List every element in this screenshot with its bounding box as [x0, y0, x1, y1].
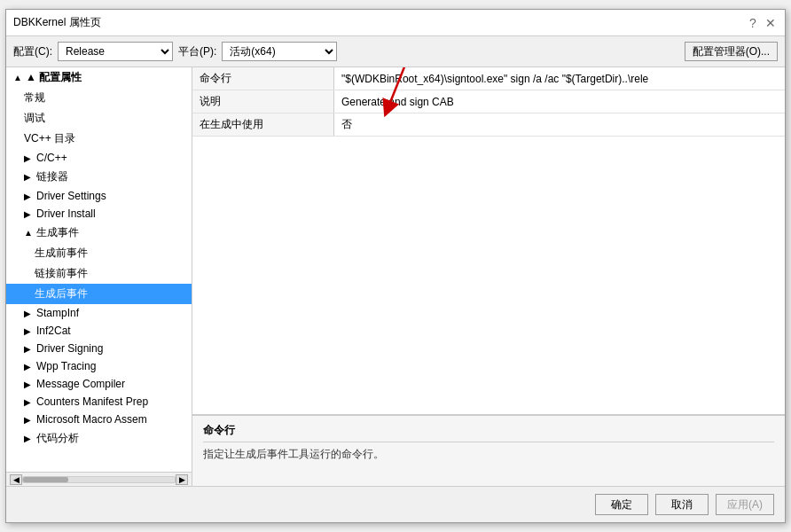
expand-icon: ▶ — [24, 209, 33, 219]
sidebar-item-label: 生成事件 — [36, 225, 79, 240]
close-button[interactable]: ✕ — [764, 16, 778, 30]
footer: 确定 取消 应用(A) — [6, 486, 785, 522]
properties-table: 命令行 "$(WDKBinRoot_x64)\signtool.exe" sig… — [192, 67, 785, 415]
manage-config-button[interactable]: 配置管理器(O)... — [685, 42, 778, 61]
toolbar: 配置(C): Release 平台(P): 活动(x64) 配置管理器(O)..… — [6, 36, 785, 67]
title-bar: DBKKernel 属性页 ? ✕ — [6, 10, 785, 36]
sidebar-item-general[interactable]: 常规 — [6, 88, 192, 108]
main-dialog: DBKKernel 属性页 ? ✕ 配置(C): Release 平台(P): … — [5, 9, 786, 523]
sidebar-item-debug[interactable]: 调试 — [6, 108, 192, 129]
prop-value-use-in-build[interactable]: 否 — [334, 113, 785, 136]
expand-icon: ▶ — [24, 344, 33, 354]
platform-label: 平台(P): — [178, 44, 216, 59]
sidebar-item-label: Driver Signing — [36, 342, 103, 355]
expand-icon: ▶ — [24, 415, 33, 425]
sidebar-item-label: 生成后事件 — [35, 286, 88, 301]
scrollbar-thumb — [23, 477, 68, 482]
sidebar-item-label: Driver Install — [36, 207, 96, 220]
sidebar-item-macro-asm[interactable]: ▶ Microsoft Macro Assem — [6, 411, 192, 428]
sidebar-item-vc-dirs[interactable]: VC++ 目录 — [6, 129, 192, 149]
expand-icon: ▲ — [13, 73, 22, 82]
scrollbar-track — [22, 476, 176, 483]
sidebar-item-label: StampInf — [36, 307, 79, 319]
config-select[interactable]: Release — [58, 42, 173, 61]
sidebar-item-message-compiler[interactable]: ▶ Message Compiler — [6, 375, 192, 393]
sidebar-item-driver-install[interactable]: ▶ Driver Install — [6, 205, 192, 223]
sidebar-item-build-events[interactable]: ▲ 生成事件 — [6, 223, 192, 243]
platform-select[interactable]: 活动(x64) — [222, 42, 337, 61]
sidebar-item-label: Message Compiler — [36, 378, 125, 390]
prop-value-desc[interactable]: Generate and sign CAB — [334, 90, 785, 113]
description-text: 指定让生成后事件工具运行的命令行。 — [203, 446, 774, 462]
sidebar-item-label: 链接前事件 — [35, 266, 88, 281]
sidebar-item-linker[interactable]: ▶ 链接器 — [6, 167, 192, 187]
table-row: 在生成中使用 否 — [192, 113, 785, 137]
table-row: 说明 Generate and sign CAB — [192, 90, 785, 113]
apply-button[interactable]: 应用(A) — [716, 494, 774, 515]
sidebar-item-label: 链接器 — [36, 169, 68, 184]
sidebar-item-driver-settings[interactable]: ▶ Driver Settings — [6, 187, 192, 205]
prop-name-use-in-build: 在生成中使用 — [192, 113, 334, 136]
ok-button[interactable]: 确定 — [595, 494, 648, 515]
prop-name-desc: 说明 — [192, 90, 334, 113]
sidebar-item-stampinf[interactable]: ▶ StampInf — [6, 304, 192, 322]
expand-icon: ▶ — [24, 153, 33, 163]
content-area: ▲ ▲ 配置属性 常规 调试 VC++ 目录 ▶ C/C++ ▶ 链接器 ▶ — [6, 67, 785, 486]
sidebar-item-label: VC++ 目录 — [24, 131, 75, 146]
sidebar-item-label: Counters Manifest Prep — [36, 395, 148, 408]
title-buttons: ? ✕ — [746, 16, 778, 30]
sidebar-item-label: 代码分析 — [36, 431, 79, 446]
sidebar-item-label: 调试 — [24, 111, 45, 126]
sidebar-item-counters[interactable]: ▶ Counters Manifest Prep — [6, 393, 192, 411]
expand-icon: ▶ — [24, 379, 33, 389]
table-row: 命令行 "$(WDKBinRoot_x64)\signtool.exe" sig… — [192, 67, 785, 90]
sidebar-item-label: Wpp Tracing — [36, 360, 96, 372]
expand-icon: ▶ — [24, 434, 33, 443]
sidebar-item-cpp[interactable]: ▶ C/C++ — [6, 149, 192, 167]
expand-icon: ▶ — [24, 172, 33, 182]
sidebar-item-label: 生成前事件 — [35, 246, 88, 261]
sidebar: ▲ ▲ 配置属性 常规 调试 VC++ 目录 ▶ C/C++ ▶ 链接器 ▶ — [6, 67, 192, 486]
expand-icon: ▶ — [24, 362, 33, 372]
sidebar-item-post-build[interactable]: 生成后事件 — [6, 284, 192, 304]
sidebar-item-label: Driver Settings — [36, 190, 106, 202]
config-label: 配置(C): — [13, 44, 52, 59]
description-title: 命令行 — [203, 423, 774, 442]
prop-name-cmdline: 命令行 — [192, 67, 334, 90]
sidebar-item-pre-link[interactable]: 链接前事件 — [6, 263, 192, 284]
scroll-right-btn[interactable]: ▶ — [176, 474, 188, 485]
sidebar-item-driver-signing[interactable]: ▶ Driver Signing — [6, 340, 192, 357]
sidebar-item-code-analysis[interactable]: ▶ 代码分析 — [6, 428, 192, 449]
description-panel: 命令行 指定让生成后事件工具运行的命令行。 — [192, 415, 785, 486]
sidebar-item-label: C/C++ — [36, 152, 67, 164]
help-button[interactable]: ? — [746, 16, 760, 30]
window-title: DBKKernel 属性页 — [13, 15, 101, 30]
main-panel: 命令行 "$(WDKBinRoot_x64)\signtool.exe" sig… — [192, 67, 785, 486]
sidebar-item-label: Inf2Cat — [36, 325, 71, 337]
sidebar-scrollbar[interactable]: ◀ ▶ — [6, 472, 192, 486]
sidebar-item-inf2cat[interactable]: ▶ Inf2Cat — [6, 322, 192, 340]
sidebar-item-label: Microsoft Macro Assem — [36, 413, 147, 426]
sidebar-item-config-props[interactable]: ▲ ▲ 配置属性 — [6, 67, 192, 88]
expand-icon: ▶ — [24, 397, 33, 407]
sidebar-item-label: ▲ 配置属性 — [26, 70, 82, 85]
sidebar-item-label: 常规 — [24, 90, 45, 106]
expand-icon: ▶ — [24, 192, 33, 201]
cancel-button[interactable]: 取消 — [655, 494, 709, 515]
prop-value-cmdline[interactable]: "$(WDKBinRoot_x64)\signtool.exe" sign /a… — [334, 67, 785, 90]
expand-icon: ▲ — [24, 228, 33, 238]
expand-icon: ▶ — [24, 326, 33, 336]
expand-icon: ▶ — [24, 309, 33, 318]
sidebar-item-wpp-tracing[interactable]: ▶ Wpp Tracing — [6, 357, 192, 375]
scroll-left-btn[interactable]: ◀ — [10, 474, 22, 485]
sidebar-item-pre-build[interactable]: 生成前事件 — [6, 243, 192, 263]
